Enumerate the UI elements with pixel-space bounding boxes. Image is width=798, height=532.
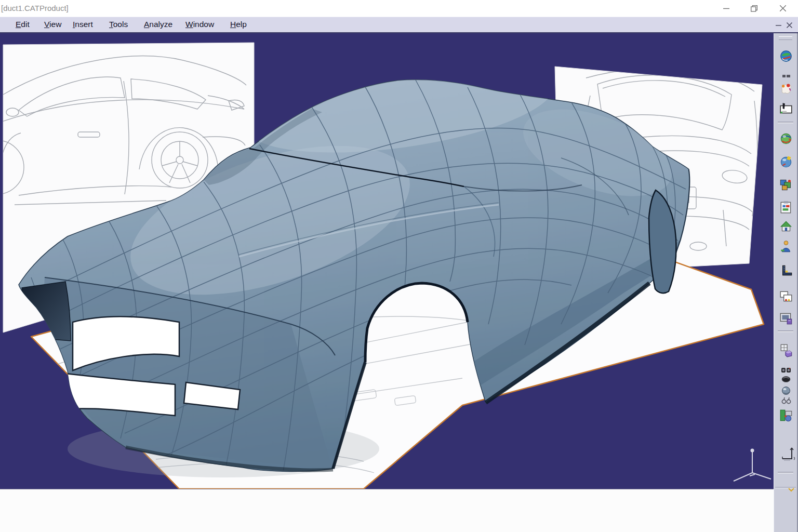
menu-edit[interactable]: Edit [16, 20, 30, 29]
blue-sphere-icon[interactable] [779, 154, 793, 169]
screen-pen-icon[interactable] [779, 102, 793, 116]
menu-bar: Edit View Insert Tools Analyze Window He… [0, 17, 798, 33]
bottom-strip [0, 489, 774, 532]
green-collage-icon[interactable] [779, 408, 793, 423]
dark-lens-icon[interactable] [781, 374, 791, 384]
menu-window[interactable]: Window [185, 20, 214, 29]
menu-insert[interactable]: Insert [73, 20, 93, 29]
stacked-windows-icon[interactable] [779, 289, 793, 304]
viewport-scene [0, 33, 774, 489]
toolbar-grip[interactable] [779, 36, 792, 40]
menu-view[interactable]: View [44, 20, 61, 29]
toolbar-overflow-arrow-icon[interactable] [788, 486, 795, 494]
collage-icon[interactable] [779, 178, 793, 192]
monitor-disk-icon[interactable] [779, 311, 793, 326]
menu-tools[interactable]: Tools [109, 20, 128, 29]
toolbar-separator [778, 122, 793, 123]
toolbar-separator [778, 472, 793, 473]
clipboard-icon[interactable] [779, 200, 793, 215]
chrome-sphere-icon[interactable] [781, 385, 791, 396]
restore-window-icon[interactable] [742, 0, 766, 17]
3d-viewport[interactable] [0, 33, 774, 489]
right-toolbar [774, 33, 798, 532]
ruler-icon[interactable] [779, 263, 793, 278]
paint-splash-icon[interactable] [779, 81, 793, 96]
minimize-window-icon[interactable] [714, 0, 738, 17]
axis-triad-icon[interactable] [779, 445, 793, 459]
menu-analyze[interactable]: Analyze [144, 20, 172, 29]
green-sphere-icon[interactable] [779, 131, 793, 145]
tiny-grip-icon[interactable] [781, 71, 791, 82]
close-document-icon[interactable] [784, 20, 794, 30]
window-title: [duct1.CATProduct] [1, 4, 69, 12]
catia-application-window: [duct1.CATProduct] Edit View Insert Tool… [0, 0, 798, 532]
stereo-glasses-icon[interactable] [781, 395, 791, 406]
blue-figure-icon[interactable] [779, 239, 793, 254]
toolbar-separator [778, 330, 793, 332]
minimize-document-icon[interactable] [774, 20, 783, 30]
menu-help[interactable]: Help [230, 20, 247, 29]
house-icon[interactable] [779, 219, 793, 234]
purple-cubes-icon[interactable] [779, 343, 793, 357]
globe-swirl-icon[interactable] [779, 49, 793, 63]
dark-camera-icon[interactable] [781, 365, 791, 375]
close-window-icon[interactable] [771, 0, 795, 17]
title-bar: [duct1.CATProduct] [0, 0, 798, 17]
